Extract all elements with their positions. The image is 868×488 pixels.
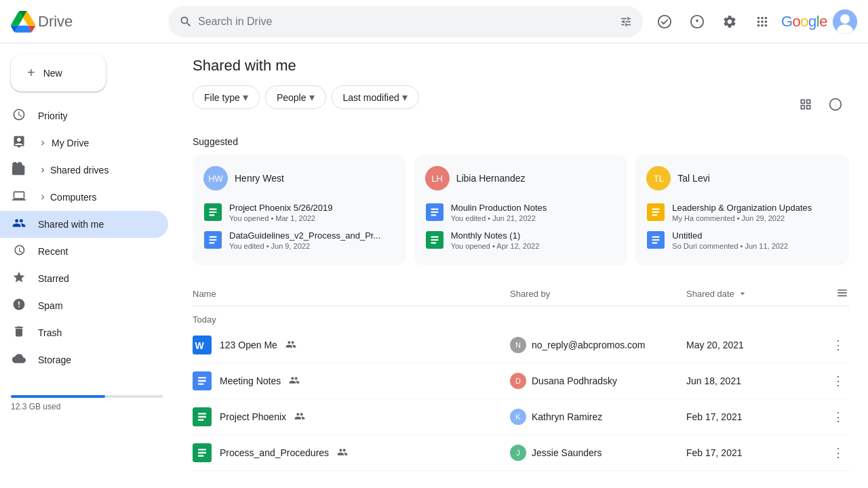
file-name-0-1: DataGuidelines_v2_Process_and_Pr... (229, 230, 395, 241)
shared-by-col-0: N no_reply@abcpromos.com (510, 337, 686, 353)
person-avatar-1: LH (425, 166, 450, 190)
file-meta-0-0: You opened • Mar 1, 2022 (229, 214, 395, 222)
more-btn-2[interactable]: ⋮ (827, 406, 849, 428)
date-col-3: Feb 17, 2021 (686, 447, 822, 458)
table-row-0[interactable]: W 123 Open Me N no_reply@abcpromos.com M… (193, 327, 849, 363)
person-header-0: HW Henry West (203, 166, 395, 190)
search-input[interactable] (198, 16, 612, 28)
date-col-1: Jun 18, 2021 (686, 375, 822, 386)
more-btn-3[interactable]: ⋮ (827, 442, 849, 464)
shared-avatar-3: J (510, 445, 526, 461)
computers-icon (11, 189, 27, 206)
people-arrow-icon: ▾ (309, 91, 315, 104)
file-list-name-2: Project Phoenix (220, 411, 286, 422)
sidebar-item-spam-label: Spam (38, 300, 63, 311)
search-bar[interactable] (168, 6, 643, 37)
more-btn-0[interactable]: ⋮ (827, 334, 849, 356)
table-header: Name Shared by Shared date (193, 281, 849, 306)
docs-icon-0-1 (203, 230, 222, 249)
shared-link-icon-3 (337, 447, 348, 460)
grid-view-btn[interactable] (792, 91, 819, 118)
file-meta-1-1: You opened • Apr 12, 2022 (451, 242, 617, 250)
person-card-2: TL Tal Levi Leadership & Organization Up… (635, 155, 849, 265)
sidebar-item-storage-label: Storage (38, 354, 71, 365)
sidebar-item-computers[interactable]: Computers (0, 184, 168, 211)
sidebar-item-shared-with-me-label: Shared with me (38, 219, 104, 230)
storage-icon (11, 352, 27, 369)
col-sort[interactable] (822, 287, 849, 300)
file-row-0-1[interactable]: DataGuidelines_v2_Process_and_Pr... You … (203, 226, 395, 254)
sidebar-item-trash[interactable]: Trash (0, 319, 168, 346)
sheets-icon-1-1 (425, 230, 444, 249)
logo-area: Drive (11, 9, 160, 34)
group-today: Today (193, 306, 849, 327)
table-row-2[interactable]: Project Phoenix K Kathryn Ramirez Feb 17… (193, 399, 849, 435)
new-button[interactable]: + New (11, 54, 106, 92)
docs-icon-2-1 (646, 230, 665, 249)
person-name-0: Henry West (235, 173, 284, 184)
main-content: Shared with me File type ▾ People ▾ Last… (174, 43, 868, 488)
sidebar-item-storage[interactable]: Storage (0, 346, 168, 373)
sidebar-item-recent[interactable]: Recent (0, 238, 168, 265)
file-row-2-1[interactable]: Untitled So Duri commented • Jun 11, 202… (646, 226, 838, 254)
sort-desc-icon (737, 288, 748, 299)
file-info-2-0: Leadership & Organization Updates My Ha … (672, 203, 838, 222)
sidebar-item-shared-with-me[interactable]: Shared with me (0, 211, 168, 238)
file-type-filter[interactable]: File type ▾ (193, 85, 260, 109)
storage-text: 12.3 GB used (11, 402, 60, 411)
table-row-1[interactable]: Meeting Notes D Dusana Podhradsky Jun 18… (193, 363, 849, 399)
sheets-icon-2 (193, 407, 212, 426)
sort-icon (835, 287, 849, 300)
file-info-1-1: Monthly Notes (1) You opened • Apr 12, 2… (451, 230, 617, 250)
shared-drives-icon (11, 162, 27, 179)
file-table: Name Shared by Shared date Today W (193, 281, 849, 471)
search-filter-icon[interactable] (620, 15, 632, 28)
svg-text:W: W (195, 340, 205, 351)
person-name-1: Libia Hernandez (456, 173, 526, 184)
shared-link-icon-0 (285, 339, 296, 352)
topbar-right: Google (651, 8, 857, 35)
plus-icon: + (27, 65, 35, 81)
google-logo: Google (781, 13, 827, 30)
sidebar-item-spam[interactable]: Spam (0, 292, 168, 319)
file-row-2-0[interactable]: Leadership & Organization Updates My Ha … (646, 199, 838, 226)
word-icon-0: W (193, 336, 212, 354)
app-title: Drive (38, 13, 73, 30)
sidebar-item-priority[interactable]: Priority (0, 102, 168, 129)
search-icon (179, 15, 193, 28)
storage-fill (11, 395, 105, 398)
sidebar-item-starred[interactable]: Starred (0, 265, 168, 292)
file-name-col-3: Process_and_Procedures (193, 443, 510, 462)
file-list-name-1: Meeting Notes (220, 375, 281, 386)
shared-avatar-0: N (510, 337, 526, 353)
sidebar-item-computers-label: Computers (50, 192, 96, 203)
shared-by-name-1: Dusana Podhradsky (532, 375, 617, 386)
spam-icon (11, 298, 27, 314)
file-row-0-0[interactable]: Project Phoenix 5/26/2019 You opened • M… (203, 199, 395, 226)
storage-bar (11, 395, 163, 398)
file-row-1-1[interactable]: Monthly Notes (1) You opened • Apr 12, 2… (425, 226, 617, 254)
settings-icon-btn[interactable] (716, 8, 743, 35)
last-modified-filter[interactable]: Last modified ▾ (332, 85, 419, 109)
sidebar-item-my-drive[interactable]: My Drive (0, 129, 168, 157)
table-row-3[interactable]: Process_and_Procedures J Jessie Saunders… (193, 435, 849, 471)
people-filter[interactable]: People ▾ (265, 85, 326, 109)
person-card-0: HW Henry West Project Phoenix 5/26/2019 … (193, 155, 406, 265)
last-modified-label: Last modified (343, 92, 399, 103)
apps-icon-btn[interactable] (749, 8, 776, 35)
file-name-col-0: W 123 Open Me (193, 336, 510, 354)
sidebar-item-shared-drives-label: Shared drives (50, 165, 108, 176)
docs-icon-1 (193, 371, 212, 390)
done-icon-btn[interactable] (651, 8, 678, 35)
help-icon-btn[interactable] (684, 8, 711, 35)
col-shared-by: Shared by (510, 287, 686, 300)
user-avatar[interactable] (833, 9, 857, 34)
more-btn-1[interactable]: ⋮ (827, 370, 849, 392)
shared-link-icon-2 (294, 411, 305, 424)
info-view-btn[interactable] (822, 91, 849, 118)
sidebar-item-shared-drives[interactable]: Shared drives (0, 157, 168, 184)
sidebar: + New Priority My Drive Shared dr (0, 43, 174, 488)
file-row-1-0[interactable]: Moulin Production Notes You edited • Jun… (425, 199, 617, 226)
sheets-icon-0-0 (203, 203, 222, 222)
col-shared-date[interactable]: Shared date (686, 287, 822, 300)
